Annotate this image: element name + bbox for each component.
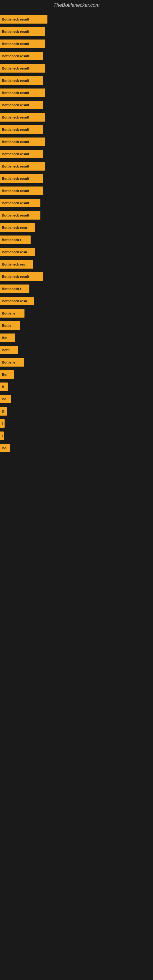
bar-label: Bot: [2, 336, 7, 340]
result-bar: Bottleneck res: [0, 260, 33, 269]
bar-label: Bot: [2, 373, 7, 376]
bar-label: Bottleneck res: [2, 262, 25, 266]
bar-label: Bottleneck result: [2, 18, 29, 21]
bar-row: Bottleneck result: [0, 210, 153, 221]
result-bar: Bot: [0, 370, 14, 379]
bar-label: Bottleneck resu: [2, 226, 27, 229]
result-bar: Bottleneck result: [0, 211, 40, 220]
result-bar: Bottleneck result: [0, 272, 43, 281]
bar-row: Bottleneck r: [0, 283, 153, 294]
bar-label: Bottleneck result: [2, 67, 29, 70]
bar-label: Bottleneck result: [2, 140, 29, 144]
result-bar: I: [0, 431, 4, 440]
result-bar: Bottleneck result: [0, 27, 45, 36]
bar-label: Bottleneck result: [2, 189, 29, 192]
bar-label: B: [2, 385, 4, 389]
bar-row: Bottleneck r: [0, 234, 153, 246]
bar-row: Bottleneck result: [0, 136, 153, 148]
result-bar: Bottleneck resu: [0, 223, 35, 232]
result-bar: Bottleneck resu: [0, 297, 34, 305]
bar-label: Bottleneck result: [2, 275, 29, 278]
bar-row: Bottleneck result: [0, 75, 153, 86]
bar-label: Bottleneck result: [2, 128, 29, 131]
bar-row: Bottleneck result: [0, 13, 153, 25]
bar-label: Bottleneck result: [2, 79, 29, 83]
result-bar: I: [0, 419, 5, 428]
bar-row: Bottleneck result: [0, 173, 153, 185]
bar-label: Bo: [2, 446, 6, 450]
bar-row: Bottleneck result: [0, 161, 153, 172]
bar-label: Bo: [2, 397, 6, 401]
bar-row: Bottleneck resu: [0, 246, 153, 258]
bar-row: Bottle: [0, 320, 153, 331]
bar-row: Bottleneck result: [0, 26, 153, 37]
bar-label: Bottleneck resu: [2, 250, 27, 254]
bar-row: Bottleneck resu: [0, 295, 153, 307]
bar-row: Bottleneck result: [0, 62, 153, 74]
result-bar: Bottlene: [0, 358, 24, 367]
result-bar: Bottlene: [0, 309, 24, 318]
bar-row: Bottleneck result: [0, 124, 153, 135]
bar-row: Bottlene: [0, 307, 153, 319]
bar-label: Bottleneck result: [2, 91, 29, 95]
bar-row: Bottleneck result: [0, 99, 153, 111]
bar-row: Bot: [0, 332, 153, 344]
bar-row: Bo: [0, 442, 153, 454]
bar-label: Bottle: [2, 324, 11, 328]
bar-label: Bottleneck result: [2, 115, 29, 119]
result-bar: Bottleneck result: [0, 40, 45, 48]
bar-row: Bottl: [0, 344, 153, 356]
bar-label: Bottleneck result: [2, 103, 29, 107]
bar-row: Bottleneck result: [0, 87, 153, 99]
result-bar: Bottleneck resu: [0, 248, 35, 256]
result-bar: Bottleneck r: [0, 285, 29, 293]
bar-row: I: [0, 430, 153, 442]
bar-row: Bo: [0, 393, 153, 405]
result-bar: Bottleneck result: [0, 15, 48, 24]
result-bar: Bottleneck result: [0, 125, 43, 134]
result-bar: Bottleneck result: [0, 76, 43, 85]
bar-label: Bottleneck r: [2, 287, 21, 291]
bar-label: B: [2, 409, 4, 413]
result-bar: Bo: [0, 395, 11, 403]
result-bar: B: [0, 407, 7, 415]
bar-label: Bottleneck result: [2, 201, 29, 205]
bar-row: Bottleneck result: [0, 148, 153, 160]
bar-label: I: [2, 434, 3, 438]
result-bar: Bottleneck result: [0, 101, 43, 109]
result-bar: Bottleneck result: [0, 199, 40, 207]
bar-label: Bottleneck result: [2, 213, 29, 217]
site-title: TheBottlenecker.com: [0, 0, 153, 10]
bar-label: I: [2, 422, 3, 425]
bar-row: B: [0, 406, 153, 417]
bars-container: Bottleneck resultBottleneck resultBottle…: [0, 10, 153, 458]
bar-row: Bottleneck result: [0, 197, 153, 209]
result-bar: Bottleneck result: [0, 137, 45, 146]
bar-row: I: [0, 418, 153, 430]
bar-row: Bottleneck res: [0, 258, 153, 270]
bar-row: Bottleneck result: [0, 38, 153, 49]
bar-label: Bottl: [2, 348, 10, 352]
bar-label: Bottlene: [2, 360, 15, 364]
bar-label: Bottlene: [2, 312, 15, 315]
result-bar: B: [0, 382, 8, 391]
bar-label: Bottleneck result: [2, 164, 29, 168]
result-bar: Bottleneck result: [0, 113, 45, 122]
bar-label: Bottleneck result: [2, 177, 29, 180]
bar-row: Bottleneck result: [0, 111, 153, 123]
bar-label: Bottleneck result: [2, 30, 29, 33]
result-bar: Bottleneck r: [0, 235, 30, 244]
result-bar: Bottl: [0, 346, 18, 354]
bar-row: Bottleneck resu: [0, 222, 153, 233]
bar-label: Bottleneck result: [2, 42, 29, 46]
bar-label: Bottleneck result: [2, 54, 29, 58]
result-bar: Bottleneck result: [0, 52, 43, 60]
result-bar: Bot: [0, 334, 15, 342]
result-bar: Bottleneck result: [0, 186, 43, 195]
result-bar: Bottleneck result: [0, 162, 45, 170]
bar-row: Bottlene: [0, 356, 153, 368]
result-bar: Bo: [0, 444, 10, 452]
bar-row: B: [0, 381, 153, 393]
bar-row: Bot: [0, 369, 153, 380]
bar-row: Bottleneck result: [0, 271, 153, 282]
